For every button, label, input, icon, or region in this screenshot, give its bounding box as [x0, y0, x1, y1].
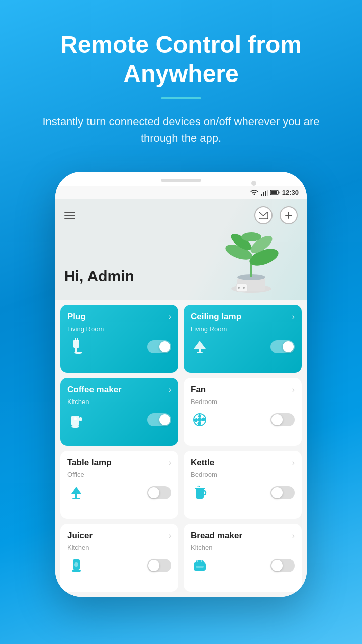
plug-device-icon: [67, 338, 85, 356]
battery-icon: [270, 190, 280, 195]
svg-marker-27: [194, 341, 206, 349]
plug-toggle[interactable]: [147, 340, 171, 353]
mail-icon: [259, 212, 268, 219]
svg-rect-22: [73, 340, 79, 348]
plug-toggle-knob: [159, 341, 170, 352]
svg-rect-24: [77, 338, 78, 341]
device-card-bread-maker[interactable]: Bread maker › Kitchen: [184, 524, 302, 592]
plug-title: Plug: [67, 312, 86, 322]
table-lamp-toggle[interactable]: [147, 486, 171, 499]
fan-chevron-icon: ›: [292, 385, 295, 394]
kettle-title: Kettle: [191, 458, 214, 468]
plug-location: Living Room: [67, 325, 171, 333]
svg-rect-41: [72, 570, 81, 572]
svg-rect-23: [75, 338, 76, 341]
svg-point-32: [71, 426, 79, 428]
juicer-toggle[interactable]: [147, 559, 171, 572]
bread-maker-footer: [191, 556, 295, 575]
hero-underline-decoration: [161, 97, 201, 99]
svg-rect-44: [196, 560, 204, 564]
kettle-chevron-icon: ›: [292, 458, 295, 467]
table-lamp-title: Table lamp: [67, 458, 112, 468]
svg-rect-45: [197, 560, 198, 562]
svg-rect-2: [265, 191, 266, 196]
fan-title: Fan: [191, 385, 206, 395]
device-card-ceiling-lamp[interactable]: Ceiling lamp › Living Room: [184, 305, 302, 373]
juicer-chevron-icon: ›: [169, 531, 171, 540]
ceiling-lamp-toggle[interactable]: [270, 340, 295, 353]
phone-camera: [251, 181, 256, 186]
coffee-maker-device-icon: [67, 411, 85, 429]
greeting-text: Hi, Admin: [64, 268, 134, 285]
mail-button[interactable]: [254, 206, 273, 224]
fan-toggle-knob: [272, 414, 283, 425]
svg-rect-29: [197, 352, 203, 353]
phone-top: [55, 172, 307, 186]
svg-point-18: [241, 232, 261, 242]
svg-rect-38: [72, 498, 80, 499]
device-card-coffee-maker[interactable]: Coffee maker › Kitchen: [60, 378, 178, 446]
bread-maker-chevron-icon: ›: [292, 531, 295, 540]
card-header-ceiling-lamp: Ceiling lamp ›: [191, 312, 295, 322]
kettle-location: Bedroom: [191, 471, 295, 478]
device-card-fan[interactable]: Fan › Bedroom: [184, 378, 302, 446]
add-button[interactable]: [280, 206, 298, 224]
ceiling-lamp-device-icon: [191, 338, 209, 356]
svg-rect-25: [75, 348, 77, 352]
svg-point-33: [74, 417, 77, 420]
phone-speaker: [161, 179, 201, 182]
hamburger-menu-button[interactable]: [64, 212, 75, 219]
svg-rect-28: [199, 349, 201, 352]
ceiling-lamp-toggle-knob: [283, 341, 294, 352]
ceiling-lamp-title: Ceiling lamp: [191, 312, 241, 322]
table-lamp-footer: [67, 484, 171, 502]
kettle-toggle-knob: [272, 487, 283, 498]
status-bar: 12:30: [55, 186, 307, 199]
fan-toggle[interactable]: [270, 413, 295, 426]
coffee-maker-toggle[interactable]: [147, 413, 171, 426]
hero-subtitle: Instantly turn connected devices on/off …: [30, 113, 332, 146]
plug-footer: [67, 338, 171, 356]
svg-point-20: [238, 287, 240, 289]
device-card-kettle[interactable]: Kettle › Bedroom: [184, 451, 302, 519]
ceiling-lamp-chevron-icon: ›: [292, 312, 295, 321]
card-header-plug: Plug ›: [67, 312, 171, 322]
svg-rect-5: [278, 192, 279, 194]
table-lamp-toggle-knob: [148, 487, 159, 498]
header-right-icons: [254, 206, 298, 224]
svg-rect-6: [271, 191, 277, 194]
kettle-toggle[interactable]: [270, 486, 295, 499]
svg-rect-37: [75, 494, 77, 498]
ceiling-lamp-footer: [191, 338, 295, 356]
hero-title: Remote Control from Anywhere: [30, 30, 332, 88]
coffee-maker-chevron-icon: ›: [169, 385, 171, 394]
header-controls: [55, 206, 307, 224]
svg-point-26: [74, 352, 82, 354]
status-icons: 12:30: [250, 189, 299, 196]
svg-rect-46: [201, 560, 202, 562]
svg-rect-47: [196, 566, 204, 568]
kettle-device-icon: [191, 484, 209, 502]
coffee-maker-toggle-knob: [159, 414, 170, 425]
coffee-maker-location: Kitchen: [67, 398, 171, 406]
signal-icon: [261, 190, 268, 196]
kettle-footer: [191, 484, 295, 502]
wifi-icon: [250, 190, 258, 196]
juicer-device-icon: [67, 556, 85, 575]
card-header-fan: Fan ›: [191, 385, 295, 395]
fan-footer: [191, 411, 295, 429]
device-card-plug[interactable]: Plug › Living Room: [60, 305, 178, 373]
juicer-location: Kitchen: [67, 544, 171, 551]
svg-point-42: [74, 562, 78, 567]
juicer-title: Juicer: [67, 531, 93, 541]
time-display: 12:30: [282, 189, 299, 196]
bread-maker-title: Bread maker: [191, 531, 242, 541]
card-header-kettle: Kettle ›: [191, 458, 295, 468]
bread-maker-toggle[interactable]: [270, 559, 295, 572]
device-card-juicer[interactable]: Juicer › Kitchen: [60, 524, 178, 592]
table-lamp-location: Office: [67, 471, 171, 478]
device-cards-grid: Plug › Living Room: [55, 300, 307, 597]
card-header-juicer: Juicer ›: [67, 531, 171, 541]
add-icon: [285, 211, 293, 219]
device-card-table-lamp[interactable]: Table lamp › Office: [60, 451, 178, 519]
